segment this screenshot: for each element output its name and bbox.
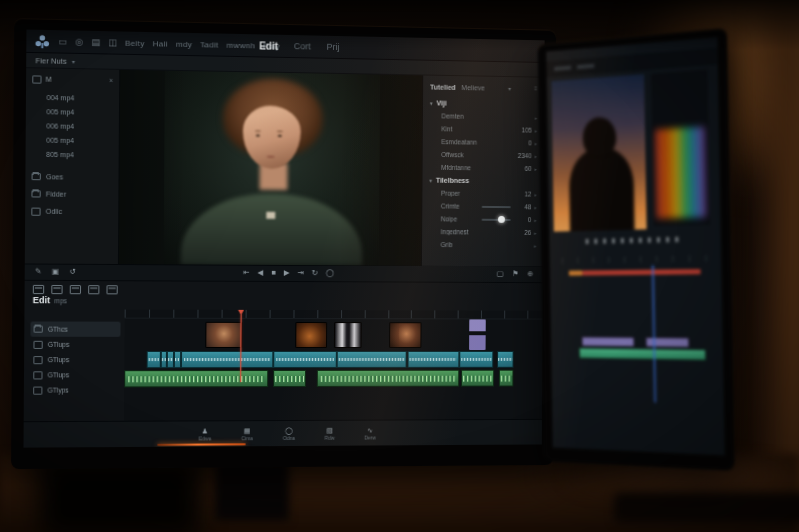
property-row[interactable]: Grib ▸ (429, 238, 537, 252)
timeline-view-icon[interactable] (106, 285, 117, 294)
play-reverse-icon[interactable]: ◀ (257, 269, 263, 277)
stepper-icon[interactable]: ▸ (535, 140, 537, 146)
stepper-icon[interactable]: ▸ (534, 230, 536, 236)
clip-portrait-warm[interactable] (205, 322, 242, 348)
flag-icon[interactable]: ⚑ (512, 270, 519, 277)
clip-scene-dark[interactable] (333, 322, 362, 348)
property-value[interactable]: 48 (514, 203, 531, 210)
property-row[interactable]: Ingednest 26 ▸ (429, 225, 537, 239)
program-monitor[interactable] (119, 70, 422, 266)
property-value[interactable]: 60 (514, 165, 531, 172)
page-item[interactable]: ▧ Rdw (325, 426, 335, 440)
play-icon[interactable]: ▶ (284, 269, 290, 277)
page-item[interactable]: ◯ Odna (283, 426, 295, 440)
list-view-icon[interactable]: ▤ (91, 37, 100, 46)
menu-item[interactable]: mwwnh (227, 40, 256, 50)
stepper-icon[interactable]: ▸ (534, 217, 536, 223)
video-audio-clip[interactable] (181, 351, 273, 368)
timeline-view-icon[interactable] (70, 285, 81, 294)
stepper-icon[interactable]: ▸ (535, 166, 537, 172)
inspector-section-header[interactable]: ▾ Tilelbness (429, 174, 537, 188)
clip-scene-orange[interactable] (295, 322, 327, 348)
chevron-down-icon[interactable]: ▾ (72, 57, 75, 64)
track-header[interactable]: GTlups (30, 367, 120, 382)
inspector-tab-active[interactable]: Tutelied (430, 83, 456, 90)
folder-list-item[interactable]: Goes (32, 169, 113, 185)
m2-playhead[interactable] (652, 266, 655, 403)
video-audio-clip[interactable] (274, 351, 337, 368)
track-header[interactable]: GTlyps (30, 382, 120, 397)
audio-clip[interactable] (317, 370, 460, 387)
property-row[interactable]: Mfdntanne 60 ▸ (429, 161, 537, 175)
timeline-ruler[interactable] (125, 310, 543, 320)
property-row[interactable]: Proper 12 ▸ (429, 187, 537, 201)
menu-item[interactable]: mdy (176, 39, 192, 48)
clip-portrait-dark[interactable] (389, 322, 421, 348)
go-to-end-icon[interactable]: ⇥ (297, 269, 303, 277)
m2-toolbar-icons[interactable] (585, 237, 681, 244)
monitor-settings-icon[interactable]: ▢ (497, 270, 504, 277)
timeline-tracks[interactable] (124, 310, 543, 421)
video-audio-clip[interactable] (147, 351, 160, 368)
video-audio-clip[interactable] (161, 351, 167, 368)
audio-clip[interactable] (124, 370, 268, 387)
clip-list-item[interactable]: 805 mp4 (32, 147, 113, 162)
m2-tab[interactable] (577, 64, 594, 69)
m2-video-clip[interactable] (646, 337, 690, 348)
property-value[interactable]: 0 (514, 216, 531, 223)
close-icon[interactable]: × (109, 77, 113, 84)
stop-icon[interactable]: ■ (271, 269, 276, 277)
property-row[interactable]: Crimte 48 ▸ (429, 199, 537, 213)
video-audio-clip[interactable] (174, 351, 181, 368)
page-item-active[interactable]: ▦ Cima (241, 427, 253, 441)
m2-video-clip[interactable] (582, 336, 635, 347)
target-tool-icon[interactable]: ◎ (75, 37, 83, 46)
property-value[interactable]: 12 (514, 190, 531, 197)
panel-view-icon[interactable]: ◫ (108, 38, 117, 47)
clip-list-item[interactable]: 004 mp4 (32, 90, 113, 106)
inspector-tab[interactable]: Melieve (461, 84, 484, 91)
track-header[interactable]: GTlups (30, 337, 120, 352)
workspace-tab[interactable]: Prij (327, 42, 340, 52)
clip-list-item[interactable]: 006 mp4 (32, 118, 113, 133)
m2-timeline[interactable] (556, 255, 717, 422)
frame-icon[interactable]: ◯ (326, 269, 334, 277)
page-item[interactable]: ♟ Edwa (199, 427, 212, 441)
selection-tool-icon[interactable]: ▭ (58, 37, 67, 46)
video-audio-clip[interactable] (497, 351, 513, 368)
audio-clip[interactable] (499, 370, 513, 387)
folder-list-item[interactable]: Fidder (31, 186, 112, 202)
menu-item[interactable]: Hali (153, 39, 168, 48)
page-item[interactable]: ∿ Derw (364, 426, 376, 440)
stepper-icon[interactable]: ▸ (535, 114, 537, 120)
clip-tool-icon[interactable]: ▣ (52, 268, 59, 276)
menu-item[interactable]: Beity (125, 38, 145, 47)
stepper-icon[interactable]: ▸ (535, 153, 537, 159)
track-header[interactable]: GTlups (30, 352, 120, 367)
workspace-tab-edit[interactable]: Edit (259, 40, 278, 51)
stepper-icon[interactable]: ▸ (534, 204, 536, 210)
property-row[interactable]: Noipe 0 ▸ (429, 212, 537, 226)
clip-list-item[interactable]: 005 mp4 (32, 132, 113, 147)
stepper-icon[interactable]: ▸ (534, 242, 536, 248)
m2-tab[interactable] (554, 65, 571, 70)
video-audio-clip[interactable] (337, 351, 407, 368)
add-marker-icon[interactable]: ⊕ (527, 271, 533, 278)
track-header[interactable]: GThcs (30, 321, 120, 336)
property-value[interactable]: 2340 (514, 152, 531, 159)
sequence-title[interactable]: Edit (33, 295, 51, 305)
audio-clip[interactable] (273, 370, 305, 387)
menu-item[interactable]: Tadit (200, 40, 219, 49)
folder-list-item[interactable]: Odlic (31, 204, 112, 220)
panel-menu-icon[interactable]: ≡ (534, 85, 537, 91)
loop-icon[interactable]: ↻ (312, 269, 318, 277)
workspace-tab[interactable]: Cort (294, 41, 311, 51)
history-icon[interactable]: ↺ (69, 268, 75, 276)
bin-filter-row[interactable]: M × (32, 72, 113, 87)
go-to-start-icon[interactable]: ⇤ (243, 269, 249, 277)
slider-track[interactable] (482, 205, 511, 207)
stepper-icon[interactable]: ▸ (534, 191, 536, 197)
video-audio-clip[interactable] (407, 351, 459, 368)
pen-tool-icon[interactable]: ✎ (35, 268, 42, 276)
clip-list-item[interactable]: 005 mp4 (32, 104, 113, 119)
